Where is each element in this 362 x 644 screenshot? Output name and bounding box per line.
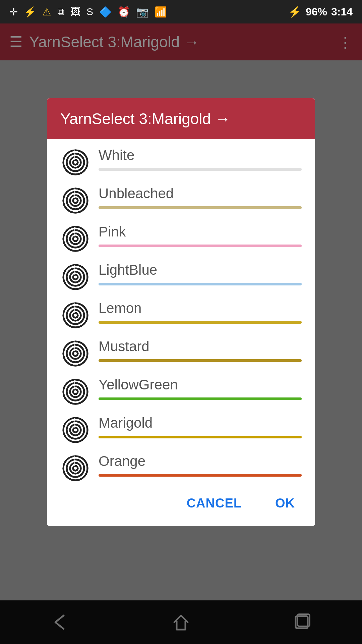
color-item-right: White [99,147,302,177]
yarn-icon [60,147,90,177]
yarn-icon [60,338,90,369]
dialog-title: YarnSelect 3:Marigold → [47,98,315,139]
list-item[interactable]: Marigold [47,407,315,445]
color-line [99,397,302,400]
color-line [99,283,302,285]
bluetooth-icon: 🔷 [99,6,112,18]
color-item-right: Unbleached [99,185,302,216]
list-item[interactable]: YellowGreen [47,369,315,407]
list-item[interactable]: Orange [47,445,315,483]
screen-icon: ⧉ [57,6,64,18]
color-item-right: Mustard [99,338,302,369]
color-item-right: YellowGreen [99,377,302,407]
list-item[interactable]: Lemon [47,292,315,330]
s-icon: S [86,6,93,17]
color-name: Marigold [99,415,302,431]
color-item-right: LightBlue [99,262,302,292]
usb-icon: ⚡ [24,6,36,18]
color-line [99,206,302,209]
color-line [99,168,302,171]
battery-percent: 96% [306,6,327,18]
yarn-icon [60,224,90,254]
color-line [99,245,302,247]
list-item[interactable]: LightBlue [47,254,315,292]
color-item-right: Orange [99,453,302,483]
color-line [99,321,302,324]
color-select-dialog: YarnSelect 3:Marigold → White [47,98,315,526]
color-line [99,359,302,362]
yarn-icon [60,262,90,292]
list-item[interactable]: Unbleached [47,177,315,216]
clock-icon: ⏰ [118,6,130,18]
color-name: Pink [99,224,302,240]
color-list[interactable]: White Unbleached [47,139,315,483]
camera-icon: 📷 [136,6,148,18]
color-name: White [99,147,302,163]
yarn-icon [60,377,90,407]
yarn-icon [60,185,90,216]
image-icon: 🖼 [70,6,80,17]
yarn-icon [60,415,90,445]
status-icons-left: ✛ ⚡ ⚠ ⧉ 🖼 S 🔷 ⏰ 📷 📶 [9,6,167,18]
color-item-right: Lemon [99,300,302,330]
list-item[interactable]: Mustard [47,330,315,369]
yarn-icon [60,300,90,330]
color-line [99,436,302,438]
list-item[interactable]: White [47,139,315,177]
color-name: Mustard [99,338,302,355]
plus-icon: ✛ [9,6,18,18]
time: 3:14 [331,6,353,18]
status-bar: ✛ ⚡ ⚠ ⧉ 🖼 S 🔷 ⏰ 📷 📶 ⚡ 96% 3:14 [0,0,362,23]
status-right: ⚡ 96% 3:14 [288,5,353,18]
list-item[interactable]: Pink [47,216,315,254]
color-name: YellowGreen [99,377,302,393]
color-name: Lemon [99,300,302,316]
dialog-buttons: CANCEL OK [47,483,315,526]
yarn-icon [60,453,90,483]
color-item-right: Marigold [99,415,302,445]
color-item-right: Pink [99,224,302,254]
color-name: Unbleached [99,185,302,202]
warning-icon: ⚠ [42,6,51,18]
color-line [99,474,302,477]
color-name: LightBlue [99,262,302,278]
cancel-button[interactable]: CANCEL [180,493,248,514]
dialog-overlay: YarnSelect 3:Marigold → White [0,0,362,644]
ok-button[interactable]: OK [268,493,302,514]
color-name: Orange [99,453,302,469]
wifi-icon: 📶 [155,6,167,18]
battery-icon: ⚡ [288,5,302,18]
